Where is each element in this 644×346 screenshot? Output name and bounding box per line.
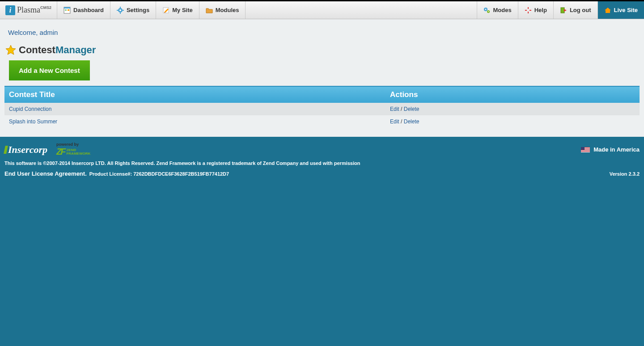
- version-text: Version 2.3.2: [610, 171, 640, 177]
- nav-dashboard[interactable]: Dashboard: [57, 1, 110, 19]
- edit-link[interactable]: Edit: [390, 118, 399, 125]
- nav-label: Live Site: [614, 7, 638, 13]
- product-license: Product License#: 7262DBDFDCE6F3628F2B51…: [89, 171, 229, 177]
- us-flag-icon: [581, 147, 590, 152]
- nav-spacer: [246, 1, 476, 19]
- contests-table: Contest Title Actions Cupid Connection E…: [4, 86, 640, 128]
- page-title-part1: Contest: [19, 44, 55, 56]
- page-title: ContestManager: [4, 44, 640, 56]
- nav-label: Log out: [570, 7, 591, 13]
- page-title-part2: Manager: [55, 44, 96, 56]
- nav-label: Modules: [216, 7, 239, 13]
- brand-name: Plasma: [17, 5, 40, 15]
- logo-badge-icon: i: [5, 5, 15, 15]
- contest-link[interactable]: Cupid Connection: [9, 106, 51, 112]
- nav-logout[interactable]: Log out: [553, 1, 597, 19]
- gear-icon: [117, 7, 124, 14]
- insercorp-logo[interactable]: Insercorp: [4, 144, 47, 156]
- welcome-text: Welcome, admin: [4, 26, 640, 44]
- zend-z-icon: ZF: [56, 147, 64, 157]
- brand-logo[interactable]: i Plasma CMS2: [0, 1, 57, 19]
- svg-marker-22: [564, 9, 567, 12]
- nav-settings[interactable]: Settings: [110, 1, 156, 19]
- brand-suffix: CMS2: [40, 5, 51, 10]
- eula-link[interactable]: End User License Agreement.: [4, 170, 87, 177]
- dashboard-icon: [64, 7, 71, 14]
- svg-rect-21: [561, 8, 564, 13]
- logout-icon: [560, 7, 567, 14]
- svg-rect-6: [120, 7, 121, 8]
- svg-marker-24: [6, 45, 16, 55]
- home-icon: [604, 7, 611, 14]
- svg-rect-3: [68, 9, 69, 11]
- contest-link[interactable]: Splash into Summer: [9, 118, 57, 125]
- svg-rect-20: [530, 10, 531, 11]
- nav-modes[interactable]: Modes: [477, 1, 518, 19]
- nav-label: Help: [534, 7, 547, 13]
- table-row: Splash into Summer Edit / Delete: [4, 115, 640, 128]
- svg-rect-31: [581, 152, 590, 152]
- svg-rect-17: [528, 7, 529, 9]
- made-in-label: Made in America: [593, 146, 640, 153]
- content-area: Welcome, admin ContestManager Add a New …: [0, 19, 644, 137]
- insercorp-bar-icon: [4, 146, 8, 154]
- svg-marker-23: [605, 8, 611, 13]
- footer: Insercorp powered by ZF ZENDFRAMEWORK Ma…: [0, 137, 644, 183]
- nav-label: Modes: [493, 7, 512, 13]
- svg-rect-8: [117, 10, 118, 11]
- nav-mysite[interactable]: My Site: [156, 1, 199, 19]
- insercorp-text: Insercorp: [8, 144, 47, 156]
- svg-point-16: [488, 11, 489, 12]
- delete-link[interactable]: Delete: [404, 106, 419, 112]
- help-icon: [525, 7, 532, 14]
- svg-rect-19: [525, 10, 527, 11]
- nav-label: Dashboard: [73, 7, 104, 13]
- nav-modules[interactable]: Modules: [199, 1, 246, 19]
- svg-point-14: [485, 8, 486, 10]
- pencil-icon: [162, 7, 169, 14]
- action-separator: /: [401, 118, 402, 125]
- zend-text: ZENDFRAMEWORK: [66, 148, 90, 156]
- nav-help[interactable]: Help: [518, 1, 553, 19]
- gears-icon: [483, 7, 491, 14]
- nav-label: My Site: [172, 7, 193, 13]
- svg-rect-18: [528, 12, 529, 13]
- delete-link[interactable]: Delete: [404, 118, 419, 125]
- svg-rect-32: [581, 147, 585, 150]
- svg-rect-2: [65, 9, 67, 11]
- svg-rect-9: [123, 10, 124, 11]
- zend-badge[interactable]: powered by ZF ZENDFRAMEWORK: [56, 142, 90, 157]
- table-row: Cupid Connection Edit / Delete: [4, 103, 640, 115]
- action-separator: /: [401, 106, 402, 112]
- copyright-text: This software is ©2007-2014 Insercorp LT…: [4, 160, 640, 166]
- col-contest-title: Contest Title: [4, 86, 386, 103]
- made-in-america: Made in America: [581, 146, 640, 153]
- top-navbar: i Plasma CMS2 Dashboard Settings My Site…: [0, 0, 644, 19]
- star-icon: [5, 45, 16, 55]
- svg-rect-30: [581, 151, 590, 152]
- powered-by-label: powered by: [56, 142, 90, 147]
- add-contest-button[interactable]: Add a New Contest: [9, 60, 90, 80]
- col-actions: Actions: [386, 86, 640, 103]
- nav-livesite[interactable]: Live Site: [597, 1, 644, 19]
- edit-link[interactable]: Edit: [390, 106, 399, 112]
- nav-label: Settings: [127, 7, 149, 13]
- svg-rect-7: [120, 13, 121, 14]
- svg-rect-29: [581, 150, 590, 151]
- svg-point-5: [119, 9, 121, 11]
- svg-rect-1: [64, 7, 70, 8]
- folder-icon: [206, 7, 213, 14]
